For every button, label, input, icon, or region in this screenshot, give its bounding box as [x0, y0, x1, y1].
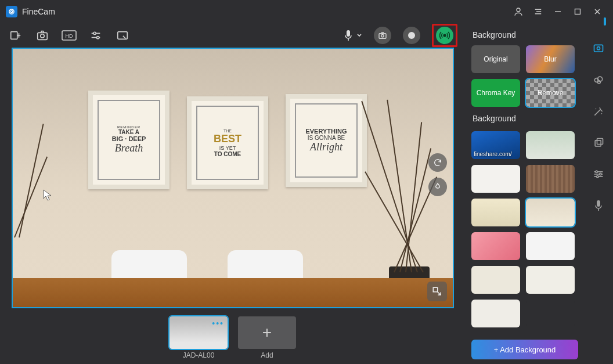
- refresh-overlay-button[interactable]: [428, 153, 447, 172]
- bg-modes-header: Background: [473, 30, 578, 39]
- svg-rect-12: [347, 30, 350, 37]
- background-thumb[interactable]: [526, 300, 575, 327]
- rail-settings-icon[interactable]: [592, 167, 605, 181]
- stream-button-highlight: [432, 24, 457, 47]
- expand-preview-button[interactable]: [427, 282, 447, 301]
- table-decoration: [13, 278, 453, 307]
- bg-mode-blur[interactable]: Blur: [526, 45, 575, 73]
- bg-mode-chroma[interactable]: Chroma Key: [471, 79, 520, 107]
- poster-1: REMINDER TAKE A BIG · DEEP Breath: [88, 91, 170, 189]
- background-thumb[interactable]: [526, 131, 575, 159]
- mic-button[interactable]: [344, 30, 362, 41]
- svg-rect-3: [575, 9, 580, 15]
- account-icon[interactable]: [509, 3, 528, 20]
- background-thumb[interactable]: [471, 300, 520, 327]
- svg-rect-23: [597, 139, 603, 145]
- minimize-button[interactable]: [548, 3, 568, 20]
- background-thumb[interactable]: [526, 266, 575, 294]
- svg-point-9: [93, 32, 96, 34]
- bg-mode-original[interactable]: Original: [471, 45, 520, 73]
- svg-point-25: [600, 173, 601, 175]
- rail-cloud-icon[interactable]: [592, 73, 605, 87]
- rail-effects-icon[interactable]: [592, 104, 605, 118]
- add-source-icon[interactable]: [8, 28, 23, 43]
- svg-rect-27: [597, 200, 600, 207]
- bg-list-header: Background: [473, 114, 578, 123]
- rail-active-indicator: [604, 17, 606, 26]
- bg-mode-remove[interactable]: Remove: [526, 79, 575, 107]
- background-thumb[interactable]: [526, 232, 575, 260]
- svg-point-24: [596, 171, 597, 172]
- background-thumb[interactable]: [526, 199, 575, 226]
- maximize-button[interactable]: [568, 3, 587, 20]
- color-overlay-button[interactable]: [428, 178, 447, 196]
- rail-mic-icon[interactable]: [592, 199, 605, 212]
- adjust-icon[interactable]: [88, 28, 103, 43]
- camera-capture-button[interactable]: [374, 27, 391, 44]
- source-label: Add: [261, 351, 273, 359]
- chevron-down-icon: [356, 33, 362, 38]
- svg-rect-11: [118, 32, 128, 39]
- background-thumb[interactable]: [471, 165, 520, 193]
- svg-point-15: [443, 34, 446, 37]
- snapshot-icon[interactable]: [35, 28, 50, 43]
- add-source-tile[interactable]: +: [238, 316, 296, 349]
- source-menu-icon[interactable]: •••: [212, 319, 224, 328]
- app-logo: [6, 6, 17, 17]
- hd-icon[interactable]: HD: [62, 28, 77, 43]
- svg-rect-16: [433, 287, 438, 292]
- svg-point-26: [597, 176, 598, 178]
- source-thumb[interactable]: •••: [170, 316, 228, 349]
- svg-point-0: [9, 9, 14, 14]
- stream-button[interactable]: [436, 27, 453, 44]
- background-thumb[interactable]: [471, 266, 520, 294]
- svg-point-14: [381, 35, 384, 37]
- overlay-icon[interactable]: [115, 28, 130, 43]
- svg-point-2: [517, 8, 520, 12]
- plant-decoration: [337, 98, 441, 307]
- cursor-icon: [43, 189, 52, 204]
- rail-background-icon[interactable]: [592, 42, 605, 56]
- background-thumb[interactable]: [471, 232, 520, 260]
- svg-point-10: [97, 37, 99, 39]
- svg-rect-22: [595, 140, 601, 146]
- svg-point-18: [597, 47, 600, 50]
- svg-text:HD: HD: [66, 33, 73, 39]
- background-thumb-caption: fineshare.com/: [474, 151, 512, 157]
- poster-2: THE BEST IS YET TO COME: [187, 96, 268, 189]
- svg-point-6: [41, 34, 44, 38]
- svg-rect-4: [11, 32, 17, 39]
- record-button[interactable]: [403, 27, 420, 44]
- background-thumb[interactable]: [471, 199, 520, 226]
- app-title: FineCam: [22, 7, 55, 16]
- background-thumb[interactable]: fineshare.com/: [471, 131, 520, 159]
- video-preview[interactable]: REMINDER TAKE A BIG · DEEP Breath THE BE…: [12, 48, 454, 308]
- svg-point-21: [597, 81, 600, 84]
- background-thumb[interactable]: [526, 165, 575, 193]
- svg-rect-17: [594, 45, 603, 52]
- add-background-button[interactable]: + Add Background: [471, 340, 578, 359]
- svg-point-1: [10, 10, 13, 13]
- menu-icon[interactable]: [528, 3, 548, 20]
- source-label: JAD-AL00: [183, 351, 215, 359]
- rail-layers-icon[interactable]: [592, 136, 605, 150]
